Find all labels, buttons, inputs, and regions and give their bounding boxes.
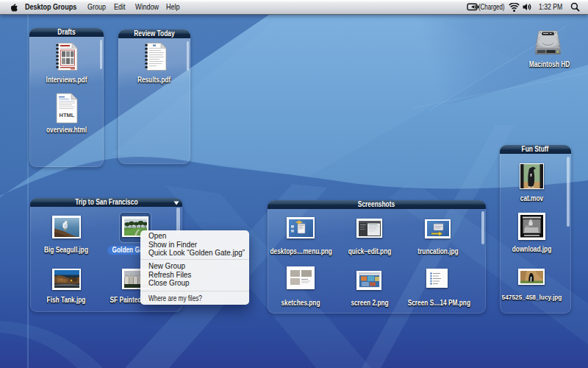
svg-text:HTML: HTML [60,112,75,118]
